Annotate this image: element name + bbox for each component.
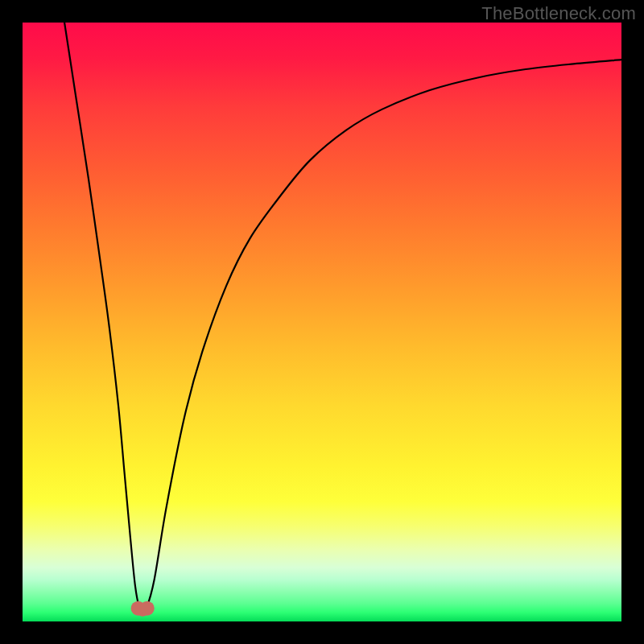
plot-area	[23, 23, 621, 621]
curve-marker	[140, 601, 155, 616]
bottleneck-curve	[23, 23, 621, 621]
chart-frame: TheBottleneck.com	[0, 0, 644, 644]
watermark-text: TheBottleneck.com	[481, 3, 636, 24]
